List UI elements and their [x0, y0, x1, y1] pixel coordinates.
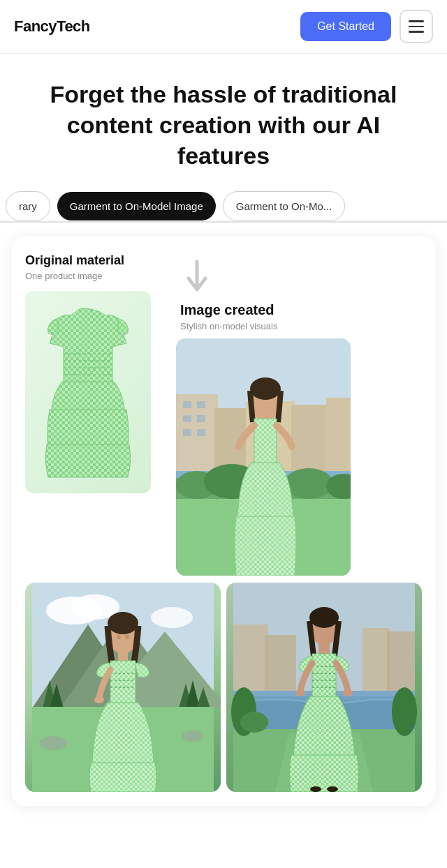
- svg-rect-60: [233, 624, 268, 694]
- model-scene-bottom-right: [226, 583, 422, 792]
- svg-rect-63: [387, 631, 415, 694]
- svg-rect-16: [197, 415, 205, 422]
- get-started-button[interactable]: Get Started: [300, 12, 391, 41]
- menu-button[interactable]: [400, 10, 433, 43]
- svg-point-69: [392, 687, 417, 736]
- tab-garment-to-model[interactable]: Garment to On-Model Image: [57, 192, 216, 220]
- hero-title: Forget the hassle of traditional content…: [28, 79, 419, 172]
- menu-line-1: [409, 20, 424, 22]
- demo-layout: Original material One product image: [25, 253, 422, 576]
- model-image-bottom-right: [226, 583, 422, 792]
- svg-point-83: [295, 689, 305, 696]
- menu-line-3: [409, 31, 424, 33]
- original-material-subtitle: One product image: [25, 271, 165, 281]
- logo: FancyTech: [14, 17, 90, 36]
- svg-point-24: [284, 468, 333, 499]
- svg-point-48: [108, 612, 138, 634]
- svg-rect-13: [183, 401, 191, 408]
- svg-rect-11: [291, 405, 330, 478]
- original-section: Original material One product image: [25, 253, 165, 576]
- tab-library[interactable]: rary: [6, 191, 50, 221]
- header-actions: Get Started: [300, 10, 433, 43]
- result-title: Image created: [180, 302, 274, 318]
- result-section: Image created Stylish on-model visuals: [176, 253, 422, 576]
- garment-image: [25, 291, 151, 493]
- svg-point-70: [240, 712, 268, 733]
- demo-card: Original material One product image: [11, 237, 436, 806]
- original-material-title: Original material: [25, 253, 165, 268]
- model-scene-bottom-left: [25, 583, 221, 792]
- svg-point-72: [309, 607, 339, 628]
- svg-rect-17: [183, 429, 191, 436]
- model-image-bottom-left: [25, 583, 221, 792]
- svg-point-49: [117, 634, 121, 639]
- svg-point-28: [250, 377, 281, 400]
- tab-active-indicator: [56, 221, 182, 223]
- svg-point-35: [151, 607, 193, 628]
- header: FancyTech Get Started: [0, 0, 447, 54]
- svg-rect-12: [326, 398, 351, 478]
- svg-point-45: [39, 736, 67, 750]
- svg-point-50: [125, 634, 129, 639]
- svg-point-84: [343, 689, 353, 696]
- model-image-top: [176, 338, 351, 576]
- svg-rect-14: [197, 401, 205, 408]
- menu-line-2: [409, 26, 424, 28]
- tab-garment-to-model-2[interactable]: Garment to On-Mo...: [223, 191, 346, 221]
- svg-point-58: [94, 696, 104, 703]
- tabs-container: rary Garment to On-Model Image Garment t…: [0, 191, 447, 223]
- dress-svg: [43, 301, 133, 483]
- svg-point-81: [310, 786, 321, 792]
- hero-section: Forget the hassle of traditional content…: [0, 54, 447, 191]
- bottom-images: [25, 583, 422, 792]
- svg-rect-18: [197, 429, 205, 436]
- svg-point-46: [182, 731, 203, 742]
- svg-rect-15: [183, 415, 191, 422]
- model-scene-top: [176, 338, 351, 576]
- arrow-down-icon: [183, 260, 211, 298]
- svg-point-82: [327, 786, 338, 792]
- result-subtitle: Stylish on-model visuals: [180, 321, 277, 331]
- svg-rect-62: [362, 628, 390, 694]
- svg-rect-61: [265, 635, 296, 694]
